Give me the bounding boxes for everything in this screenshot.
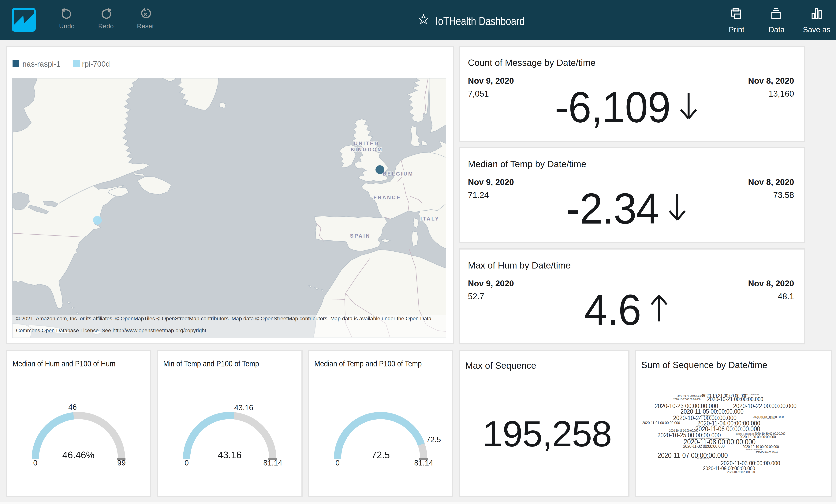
- svg-text:UNITED: UNITED: [354, 141, 379, 146]
- svg-text:46.46%: 46.46%: [62, 450, 95, 460]
- svg-text:BELGIUM: BELGIUM: [383, 171, 414, 177]
- svg-text:43.16: 43.16: [234, 403, 253, 412]
- svg-text:0: 0: [33, 459, 37, 467]
- svg-text:72.5: 72.5: [371, 450, 390, 460]
- svg-text:72.5: 72.5: [426, 435, 441, 444]
- svg-text:81.14: 81.14: [414, 459, 433, 467]
- svg-text:99: 99: [117, 459, 126, 467]
- svg-text:0: 0: [336, 459, 340, 467]
- svg-text:81.14: 81.14: [263, 459, 282, 467]
- svg-text:0: 0: [185, 459, 189, 467]
- svg-text:46: 46: [68, 403, 77, 411]
- svg-text:ITALY: ITALY: [420, 216, 439, 221]
- svg-text:43.16: 43.16: [218, 450, 242, 460]
- svg-text:KINGDOM: KINGDOM: [351, 147, 383, 152]
- svg-text:FRANCE: FRANCE: [374, 195, 401, 200]
- svg-text:SPAIN: SPAIN: [350, 233, 370, 239]
